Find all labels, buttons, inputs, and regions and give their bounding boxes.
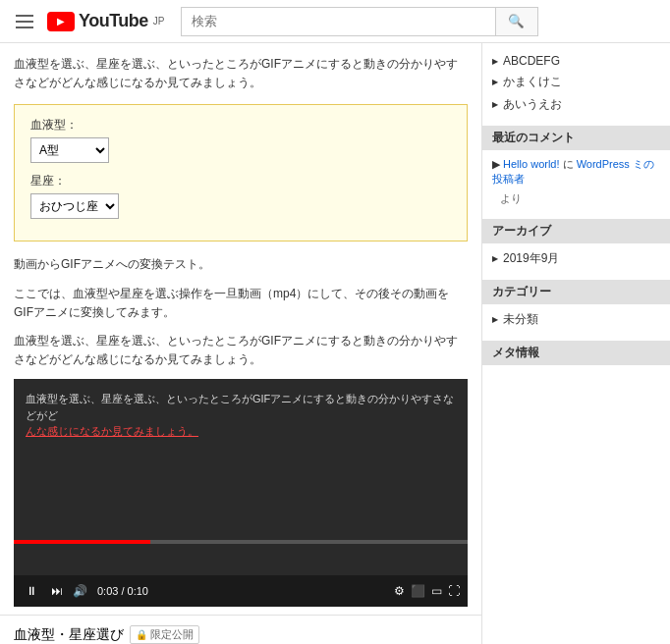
sidebar-section-recent-comments: 最近のコメント ▶ Hello world! に WordPress ミの投稿者… <box>482 126 670 209</box>
header-left: YouTubeJP <box>12 11 165 32</box>
video-info: 血液型・星座選び 🔒 限定公開 0 回視聴・2019/09/21 にアップロード… <box>0 616 481 644</box>
sidebar-item-2019-9[interactable]: 2019年9月 <box>482 247 670 270</box>
form-box: 血液型： A型 B型 O型 AB型 星座： おひつじ座 <box>14 104 468 242</box>
sidebar-archive-title: アーカイブ <box>482 219 670 243</box>
sidebar-item-uncategorized[interactable]: 未分類 <box>482 308 670 331</box>
progress-bar-container[interactable] <box>14 540 468 544</box>
play-pause-button[interactable]: ⏸ <box>22 582 41 600</box>
blood-type-field: 血液型： A型 B型 O型 AB型 <box>30 117 451 163</box>
youtube-title: YouTube <box>79 11 148 31</box>
sidebar-comment-link1[interactable]: Hello world! <box>503 158 559 170</box>
blood-type-label: 血液型： <box>30 117 451 134</box>
next-button[interactable]: ⏭ <box>47 582 67 600</box>
overlay-line1: 血液型を選ぶ、星座を選ぶ、といったところがGIFアニメにすると動きの分かりやすさ… <box>26 393 454 421</box>
star-sign-label: 星座： <box>30 173 451 189</box>
sidebar-comment-item: ▶ Hello world! に WordPress ミの投稿者 <box>482 154 670 189</box>
search-input[interactable] <box>181 7 495 36</box>
video-title: 血液型・星座選び <box>14 626 124 644</box>
sidebar-section-meta: メタ情報 <box>482 341 670 365</box>
overlay-line2: んな感じになるか見てみましょう。 <box>26 425 198 437</box>
star-sign-field: 星座： おひつじ座 <box>30 173 451 219</box>
sidebar-category-title: カテゴリー <box>482 280 670 304</box>
youtube-icon <box>47 12 75 31</box>
youtube-jp: JP <box>153 16 165 27</box>
sub-desc-1: 動画からGIFアニメへの変換テスト。 <box>14 255 468 274</box>
fullscreen-icon[interactable]: ⛶ <box>448 584 460 598</box>
sidebar-item-kamakukeko[interactable]: かまくけこ <box>482 71 670 93</box>
player-controls: ⏸ ⏭ 🔊 0:03 / 0:10 ⚙ ⬛ ▭ ⛶ <box>14 575 468 607</box>
sidebar-item-aiueo[interactable]: あいうえお <box>482 93 670 116</box>
sidebar-comment-suffix: より <box>482 189 670 209</box>
hamburger-button[interactable] <box>12 11 37 32</box>
sidebar: ABCDEFG かまくけこ あいうえお 最近のコメント ▶ Hello worl… <box>481 43 670 644</box>
star-sign-select[interactable]: おひつじ座 <box>30 193 119 219</box>
blood-type-select[interactable]: A型 B型 O型 AB型 <box>30 137 109 163</box>
main-content: 血液型を選ぶ、星座を選ぶ、といったところがGIFアニメにすると動きの分かりやすさ… <box>0 43 670 644</box>
youtube-logo[interactable]: YouTubeJP <box>47 11 165 31</box>
video-area: 血液型を選ぶ、星座を選ぶ、といったところがGIFアニメにすると動きの分かりやすさ… <box>0 43 481 644</box>
visibility-label: 限定公開 <box>150 627 194 642</box>
video-player: 血液型を選ぶ、星座を選ぶ、といったところがGIFアニメにすると動きの分かりやすさ… <box>14 379 468 607</box>
sidebar-item-abcdefg[interactable]: ABCDEFG <box>482 51 670 71</box>
visibility-badge: 🔒 限定公開 <box>130 625 199 644</box>
player-screen[interactable]: 血液型を選ぶ、星座を選ぶ、といったところがGIFアニメにすると動きの分かりやすさ… <box>14 379 468 575</box>
volume-icon: 🔊 <box>73 584 87 598</box>
time-display: 0:03 / 0:10 <box>97 585 148 597</box>
subtitles-icon[interactable]: ⬛ <box>411 584 425 598</box>
sidebar-meta-title: メタ情報 <box>482 341 670 365</box>
sidebar-recent-comments-title: 最近のコメント <box>482 126 670 150</box>
theater-icon[interactable]: ▭ <box>431 584 442 598</box>
video-title-row: 血液型・星座選び 🔒 限定公開 <box>14 625 468 644</box>
player-right-controls: ⚙ ⬛ ▭ ⛶ <box>394 584 460 598</box>
sidebar-section-category: カテゴリー 未分類 <box>482 280 670 331</box>
sidebar-section-archive: アーカイブ 2019年9月 <box>482 219 670 270</box>
video-content-box: 血液型を選ぶ、星座を選ぶ、といったところがGIFアニメにすると動きの分かりやすさ… <box>0 43 481 616</box>
video-description-top: 血液型を選ぶ、星座を選ぶ、といったところがGIFアニメにすると動きの分かりやすさ… <box>14 55 468 92</box>
search-bar: 🔍 <box>181 7 643 36</box>
sidebar-section-links: ABCDEFG かまくけこ あいうえお <box>482 51 670 116</box>
sub-desc-3: 血液型を選ぶ、星座を選ぶ、といったところがGIFアニメにすると動きの分かりやすさ… <box>14 332 468 369</box>
settings-icon[interactable]: ⚙ <box>394 584 405 598</box>
player-overlay-text: 血液型を選ぶ、星座を選ぶ、といったところがGIFアニメにすると動きの分かりやすさ… <box>26 391 456 440</box>
header: YouTubeJP 🔍 <box>0 0 670 43</box>
sub-desc-2: ここでは、血液型や星座を選ぶ操作を一旦動画（mp4）にして、その後その動画をGI… <box>14 285 468 322</box>
progress-fill <box>14 540 150 544</box>
search-button[interactable]: 🔍 <box>495 7 538 36</box>
lock-icon: 🔒 <box>136 629 147 640</box>
